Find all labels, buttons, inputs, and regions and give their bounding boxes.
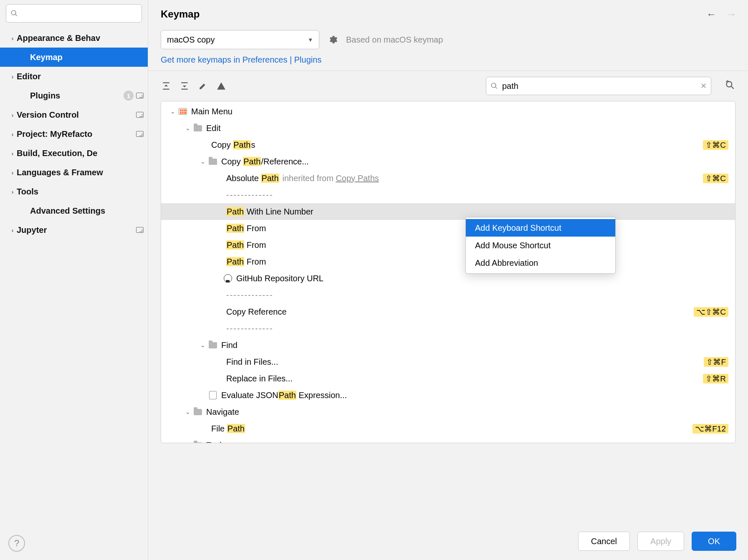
tree-folder[interactable]: ⌄Navigate <box>161 404 735 420</box>
based-on-label: Based on macOS keymap <box>346 35 443 45</box>
find-by-shortcut-icon[interactable] <box>725 80 735 93</box>
tree-item[interactable]: Path From <box>161 220 735 237</box>
separator: ------------- <box>226 290 273 300</box>
page-title: Keymap <box>161 8 200 20</box>
edit-icon[interactable] <box>197 81 208 91</box>
folder-icon <box>193 123 203 133</box>
tree-item-label: GitHub Repository URL <box>236 274 323 283</box>
sidebar-item-jupyter[interactable]: ›Jupyter <box>0 220 148 240</box>
tree-folder[interactable]: ⌄Edit <box>161 120 735 136</box>
tree-item-label: Find in Files... <box>226 357 278 367</box>
chevron-down-icon: ⌄ <box>183 125 193 131</box>
chevron-right-icon: › <box>8 111 17 119</box>
back-button[interactable]: ← <box>706 8 716 20</box>
svg-point-0 <box>726 81 732 87</box>
tree-item[interactable]: GitHub Repository URL <box>161 270 735 287</box>
tree-item-label: Tools <box>206 441 226 444</box>
tree-folder[interactable]: ⌄Find <box>161 337 735 353</box>
tree-item-label: Find <box>221 341 238 350</box>
sidebar-item-label: Tools <box>17 187 141 197</box>
sidebar-item-label: Editor <box>17 72 141 81</box>
sidebar-item-project-myrefacto[interactable]: ›Project: MyRefacto <box>0 124 148 144</box>
tree-item-label: Path With Line Number <box>226 207 313 217</box>
chevron-down-icon: ⌄ <box>168 108 178 115</box>
shortcut-badge: ⌥⇧⌘C <box>694 307 728 317</box>
sidebar-item-version-control[interactable]: ›Version Control <box>0 105 148 124</box>
tree-item[interactable]: ------------- <box>161 320 735 337</box>
folder-icon <box>193 440 203 443</box>
tree-item[interactable]: Path With Line Number <box>161 203 735 220</box>
sidebar-item-tools[interactable]: ›Tools <box>0 182 148 201</box>
sidebar-item-label: Plugins <box>30 91 121 101</box>
tree-item[interactable]: Evaluate JSONPath Expression... <box>161 387 735 404</box>
cancel-button[interactable]: Cancel <box>578 532 630 551</box>
tree-item-label: Path From <box>226 240 266 250</box>
tree-item-label: Path From <box>226 257 266 267</box>
tree-folder[interactable]: ⌄Tools <box>161 437 735 443</box>
folder-icon <box>193 407 203 417</box>
shortcut-badge: ⇧⌘R <box>703 374 728 383</box>
tree-item-label: Evaluate JSONPath Expression... <box>221 391 347 400</box>
ok-button[interactable]: OK <box>692 532 736 551</box>
tree-item[interactable]: Copy Paths⇧⌘C <box>161 136 735 153</box>
filter-input[interactable]: path ✕ <box>486 77 711 95</box>
sidebar-item-languages-framew[interactable]: ›Languages & Framew <box>0 163 148 182</box>
sidebar-item-label: Build, Execution, De <box>17 149 141 158</box>
keymap-select[interactable]: macOS copy ▼ <box>161 30 319 49</box>
tree-folder[interactable]: ⌄Copy Path/Reference... <box>161 153 735 170</box>
sidebar-item-label: Advanced Settings <box>30 206 141 216</box>
tree-item[interactable]: Replace in Files...⇧⌘R <box>161 370 735 387</box>
context-menu-item-add-mouse-shortcut[interactable]: Add Mouse Shortcut <box>466 237 615 254</box>
sidebar-item-appearance-behav[interactable]: ›Appearance & Behav <box>0 28 148 48</box>
tree-item-label: Copy Path/Reference... <box>221 157 309 166</box>
tree-item[interactable]: File Path⌥⌘F12 <box>161 420 735 437</box>
filter-value: path <box>502 81 700 91</box>
expand-all-icon[interactable] <box>161 81 172 91</box>
mainmenu-icon <box>178 106 188 116</box>
inherited-label: inherited from Copy Paths <box>283 174 379 183</box>
sidebar-item-plugins[interactable]: Plugins1 <box>0 86 148 105</box>
tree-item-label: Copy Reference <box>226 307 287 317</box>
separator: ------------- <box>226 190 273 200</box>
sidebar-item-build-execution-de[interactable]: ›Build, Execution, De <box>0 144 148 163</box>
collapse-all-icon[interactable] <box>179 81 190 91</box>
project-scope-icon <box>136 131 144 137</box>
apply-button[interactable]: Apply <box>637 532 684 551</box>
get-more-keymaps-link[interactable]: Get more keymaps in Preferences | Plugin… <box>148 52 748 71</box>
tree-item[interactable]: ------------- <box>161 287 735 303</box>
forward-button[interactable]: → <box>726 8 736 20</box>
search-icon <box>10 10 18 17</box>
sidebar-item-keymap[interactable]: Keymap <box>0 48 148 67</box>
chevron-down-icon: ▼ <box>308 37 313 43</box>
sidebar-item-label: Languages & Framew <box>17 168 141 177</box>
tree-item-label: Edit <box>206 124 220 133</box>
chevron-down-icon: ⌄ <box>198 158 208 165</box>
chevron-right-icon: › <box>8 73 17 80</box>
sidebar-item-advanced-settings[interactable]: Advanced Settings <box>0 201 148 220</box>
tree-item-label: Replace in Files... <box>226 374 293 383</box>
tree-item-label: Copy Paths <box>211 140 255 150</box>
chevron-right-icon: › <box>8 188 17 195</box>
context-menu-item-add-abbreviation[interactable]: Add Abbreviation <box>466 254 615 272</box>
badge: 1 <box>124 91 134 101</box>
sidebar-item-label: Keymap <box>30 53 141 62</box>
chevron-down-icon: ⌄ <box>183 442 193 443</box>
tree-item[interactable]: Path From <box>161 253 735 270</box>
tree-item[interactable]: Absolute Path inherited from Copy Paths⇧… <box>161 170 735 187</box>
gear-icon[interactable] <box>328 35 338 45</box>
tree-item[interactable]: ------------- <box>161 187 735 203</box>
context-menu-item-add-keyboard-shortcut[interactable]: Add Keyboard Shortcut <box>466 219 615 237</box>
tree-item[interactable]: Find in Files...⇧⌘F <box>161 353 735 370</box>
warning-icon[interactable] <box>216 81 227 91</box>
sidebar-search-input[interactable] <box>6 4 142 23</box>
json-icon <box>208 390 218 400</box>
tree-item-label: Navigate <box>206 407 239 417</box>
clear-filter-icon[interactable]: ✕ <box>700 81 707 91</box>
tree-folder[interactable]: ⌄Main Menu <box>161 103 735 120</box>
tree-item[interactable]: Path From <box>161 237 735 253</box>
sidebar-item-label: Project: MyRefacto <box>17 129 134 139</box>
help-button[interactable]: ? <box>8 535 25 552</box>
tree-item[interactable]: Copy Reference⌥⇧⌘C <box>161 303 735 320</box>
sidebar-item-editor[interactable]: ›Editor <box>0 67 148 86</box>
shortcut-badge: ⇧⌘F <box>704 357 728 367</box>
